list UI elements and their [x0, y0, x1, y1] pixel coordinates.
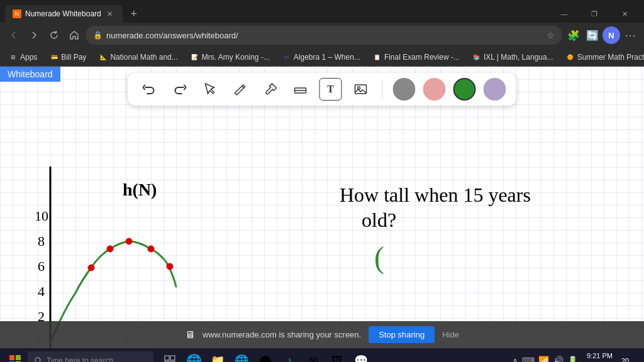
svg-rect-27 [9, 355, 14, 360]
taskbar-search[interactable]: Type here to search [28, 351, 153, 362]
svg-text:4: 4 [38, 283, 45, 299]
color-green-button[interactable] [453, 78, 476, 101]
svg-text:(: ( [374, 241, 384, 275]
bookmark-national-math[interactable]: 📐 National Math and... [95, 52, 181, 63]
spotify-button[interactable]: ♪ [278, 349, 301, 362]
final-exam-favicon: 📋 [373, 53, 382, 62]
redo-button[interactable] [169, 78, 191, 101]
new-tab-button[interactable]: + [125, 5, 143, 23]
color-pink-button[interactable] [423, 78, 446, 101]
bookmarks-bar: ⊞ Apps 💳 Bill Pay 📐 National Math and...… [0, 48, 644, 67]
forward-button[interactable] [25, 26, 43, 44]
summer-math-favicon: 🌞 [566, 53, 575, 62]
select-tool-button[interactable] [199, 78, 221, 101]
mail-button[interactable]: ✉ [302, 349, 325, 362]
undo-button[interactable] [138, 78, 161, 101]
clock-time: 9:21 PM [582, 351, 613, 361]
share-icon: 🖥 [185, 329, 195, 341]
svg-point-23 [167, 263, 173, 270]
search-placeholder: Type here to search [47, 356, 113, 362]
bookmark-national-math-label: National Math and... [110, 53, 177, 62]
bookmark-amy-koning[interactable]: 📝 Mrs. Amy Koning -... [187, 52, 274, 63]
screen-sharing-notification: 🖥 www.numerade.com is sharing your scree… [0, 321, 644, 348]
notification-center-button[interactable]: 20 [616, 352, 634, 362]
share-notification-text: www.numerade.com is sharing your screen. [203, 330, 361, 339]
pencil-tool-button[interactable] [229, 78, 252, 101]
system-clock[interactable]: 9:21 PM 8/12/2021 [582, 351, 613, 362]
navigation-bar: 🔒 numerade.com/answers/whiteboard/ ☆ 🧩 🔄… [0, 23, 644, 48]
svg-point-22 [148, 246, 154, 252]
edge-button[interactable]: 🌐 [230, 349, 253, 362]
photos-button[interactable]: 🖼 [326, 349, 348, 362]
image-tool-button[interactable] [350, 78, 372, 101]
tools-button[interactable] [259, 78, 282, 101]
svg-rect-28 [16, 355, 21, 360]
text-tool-button[interactable]: T [319, 78, 342, 101]
svg-point-20 [107, 246, 113, 252]
url-text: numerade.com/answers/whiteboard/ [106, 31, 543, 40]
cortana-button[interactable]: 🌐 [182, 349, 205, 362]
keyboard-icon[interactable]: ⌨ [522, 356, 535, 362]
taskbar-apps: 🌐 📁 🌐 ⬤ ♪ ✉ 🖼 💬 [158, 349, 372, 362]
bookmark-bill-pay[interactable]: 💳 Bill Pay [46, 52, 90, 63]
color-gray-button[interactable] [393, 78, 416, 101]
bookmark-algebra[interactable]: W Algebra 1 – When... [279, 52, 364, 63]
svg-point-21 [126, 238, 132, 244]
svg-text:h(N): h(N) [123, 180, 157, 199]
battery-icon[interactable]: 🔋 [567, 356, 578, 362]
bookmark-final-exam-label: Final Exam Review -... [384, 53, 460, 62]
sync-button[interactable]: 🔄 [584, 26, 601, 44]
toolbar-separator [382, 80, 383, 99]
svg-text:old?: old? [362, 209, 396, 231]
svg-text:How tall when 15 years: How tall when 15 years [340, 184, 531, 206]
bookmark-star-icon[interactable]: ☆ [547, 30, 555, 40]
profile-button[interactable]: N [602, 26, 620, 44]
minimize-button[interactable]: — [550, 5, 579, 23]
network-icon[interactable]: 📶 [538, 356, 549, 362]
bookmark-apps-label: Apps [20, 53, 37, 62]
tab-title: Numerade Whiteboard [25, 9, 101, 18]
bookmark-final-exam[interactable]: 📋 Final Exam Review -... [369, 52, 464, 63]
bookmark-ixl[interactable]: 📚 IXL | Math, Langua... [469, 52, 557, 63]
hide-notification-button[interactable]: Hide [442, 330, 459, 339]
chrome-button[interactable]: ⬤ [254, 349, 277, 362]
address-bar[interactable]: 🔒 numerade.com/answers/whiteboard/ ☆ [86, 26, 562, 45]
tab-bar: N Numerade Whiteboard ✕ + — ❐ ✕ [0, 0, 644, 23]
tab-close-button[interactable]: ✕ [105, 9, 115, 19]
svg-rect-34 [170, 356, 175, 360]
chevron-up-icon[interactable]: ∧ [512, 356, 518, 362]
file-explorer-button[interactable]: 📁 [206, 349, 229, 362]
bookmark-summer-math[interactable]: 🌞 Summer Math Pract... [562, 52, 644, 63]
whiteboard-canvas[interactable]: Whiteboard T [0, 67, 644, 348]
eraser-tool-button[interactable] [289, 78, 312, 101]
home-button[interactable] [65, 26, 83, 44]
bookmark-ixl-label: IXL | Math, Langua... [484, 53, 553, 62]
close-button[interactable]: ✕ [610, 5, 639, 23]
tab-favicon: N [13, 9, 21, 18]
taskbar: Type here to search 🌐 📁 🌐 ⬤ ♪ ✉ 🖼 💬 ∧ ⌨ … [0, 348, 644, 362]
extensions-button[interactable]: 🧩 [565, 26, 582, 44]
algebra-favicon: W [282, 53, 291, 62]
stop-sharing-button[interactable]: Stop sharing [369, 326, 435, 343]
settings-button[interactable]: ⋯ [621, 26, 639, 44]
active-tab[interactable]: N Numerade Whiteboard ✕ [5, 5, 123, 23]
bookmark-algebra-label: Algebra 1 – When... [294, 53, 360, 62]
amy-koning-favicon: 📝 [191, 53, 199, 62]
bookmark-bill-pay-label: Bill Pay [61, 53, 86, 62]
maximize-button[interactable]: ❐ [580, 5, 609, 23]
teams-button[interactable]: 💬 [350, 349, 372, 362]
refresh-button[interactable] [45, 26, 63, 44]
whiteboard-toolbar: T [128, 73, 516, 106]
bookmark-apps[interactable]: ⊞ Apps [5, 52, 41, 63]
svg-text:8: 8 [38, 233, 45, 249]
svg-text:6: 6 [38, 258, 45, 274]
task-view-button[interactable] [158, 349, 181, 362]
lock-icon: 🔒 [93, 31, 103, 40]
window-controls: — ❐ ✕ [550, 5, 639, 23]
start-button[interactable] [5, 351, 25, 362]
nav-actions: 🧩 🔄 N ⋯ [565, 26, 639, 44]
color-purple-button[interactable] [484, 78, 506, 101]
volume-icon[interactable]: 🔊 [553, 356, 564, 362]
bookmark-amy-koning-label: Mrs. Amy Koning -... [202, 53, 270, 62]
back-button[interactable] [5, 26, 23, 44]
